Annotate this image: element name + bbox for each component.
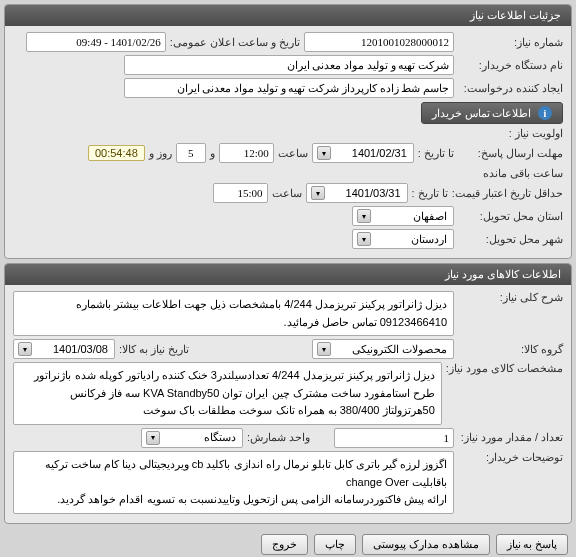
- delivery-city-value: اردستان: [371, 233, 451, 246]
- group-dropdown[interactable]: محصولات الکترونیکی ▾: [312, 339, 454, 359]
- reply-button-label: پاسخ به نیاز: [507, 538, 558, 550]
- chevron-down-icon: ▾: [357, 209, 371, 223]
- unit-dropdown[interactable]: دستگاه ▾: [141, 428, 243, 448]
- details-panel-body: شماره نیاز: تاریخ و ساعت اعلان عمومی: نا…: [5, 26, 571, 258]
- need-by-value: 1401/03/08: [32, 343, 112, 355]
- reply-date-dropdown[interactable]: 1401/02/31 ▾: [312, 143, 414, 163]
- buyer-org-input[interactable]: [124, 55, 454, 75]
- chevron-down-icon: ▾: [317, 342, 331, 356]
- priority-label: اولویت نیاز :: [458, 127, 563, 140]
- delivery-state-value: اصفهان: [371, 210, 451, 223]
- general-desc-box[interactable]: دیزل ژانراتور پرکینز تبریزمدل 4/244 بامش…: [13, 291, 454, 336]
- group-label: گروه کالا:: [458, 343, 563, 356]
- remaining-label: ساعت باقی مانده: [483, 167, 563, 180]
- footer-bar: پاسخ به نیاز مشاهده مدارک پیوستی چاپ خرو…: [4, 528, 572, 557]
- contact-info-button[interactable]: i اطلاعات تماس خریدار: [421, 102, 563, 124]
- contact-info-label: اطلاعات تماس خریدار: [432, 107, 532, 119]
- exit-button[interactable]: خروج: [261, 534, 308, 555]
- unit-label: واحد شمارش:: [247, 431, 310, 444]
- price-validity-label: حداقل تاریخ اعتبار قیمت:: [452, 187, 563, 200]
- details-panel: جزئیات اطلاعات نیاز شماره نیاز: تاریخ و …: [4, 4, 572, 259]
- days-remaining-input[interactable]: [176, 143, 206, 163]
- time-label-1: ساعت: [278, 147, 308, 160]
- exit-button-label: خروج: [272, 538, 297, 550]
- and-label: و: [210, 147, 215, 160]
- price-date-dropdown[interactable]: 1401/03/31 ▾: [306, 183, 408, 203]
- chevron-down-icon: ▾: [357, 232, 371, 246]
- details-panel-header: جزئیات اطلاعات نیاز: [5, 5, 571, 26]
- need-number-label: شماره نیاز:: [458, 36, 563, 49]
- to-date-label-2: تا تاریخ :: [412, 187, 448, 200]
- to-date-label-1: تا تاریخ :: [418, 147, 454, 160]
- price-time-input[interactable]: [213, 183, 268, 203]
- items-panel-body: شرح کلی نیاز: دیزل ژانراتور پرکینز تبریز…: [5, 285, 571, 523]
- reply-button[interactable]: پاسخ به نیاز: [496, 534, 569, 555]
- days-label: روز و: [149, 147, 172, 160]
- items-panel-header: اطلاعات کالاهای مورد نیاز: [5, 264, 571, 285]
- spec-label: مشخصات کالای مورد نیاز:: [446, 362, 563, 375]
- print-button[interactable]: چاپ: [314, 534, 356, 555]
- qty-label: تعداد / مقدار مورد نیاز:: [458, 431, 563, 444]
- need-by-dropdown[interactable]: 1401/03/08 ▾: [13, 339, 115, 359]
- general-desc-label: شرح کلی نیاز:: [458, 291, 563, 304]
- unit-value: دستگاه: [160, 431, 240, 444]
- time-label-2: ساعت: [272, 187, 302, 200]
- reply-deadline-label: مهلت ارسال پاسخ:: [458, 147, 563, 160]
- announce-datetime-label: تاریخ و ساعت اعلان عمومی:: [170, 36, 300, 49]
- chevron-down-icon: ▾: [311, 186, 325, 200]
- countdown-timer: 00:54:48: [88, 145, 145, 161]
- delivery-state-label: استان محل تحویل:: [458, 210, 563, 223]
- chevron-down-icon: ▾: [317, 146, 331, 160]
- delivery-city-dropdown[interactable]: اردستان ▾: [352, 229, 454, 249]
- delivery-city-label: شهر محل تحویل:: [458, 233, 563, 246]
- items-panel: اطلاعات کالاهای مورد نیاز شرح کلی نیاز: …: [4, 263, 572, 524]
- items-panel-title: اطلاعات کالاهای مورد نیاز: [445, 268, 561, 280]
- details-panel-title: جزئیات اطلاعات نیاز: [470, 9, 561, 21]
- chevron-down-icon: ▾: [18, 342, 32, 356]
- buyer-notes-label: توضیحات خریدار:: [458, 451, 563, 464]
- reply-time-input[interactable]: [219, 143, 274, 163]
- need-by-label: تاریخ نیاز به کالا:: [119, 343, 189, 356]
- buyer-notes-box[interactable]: اگزوز لرزه گیر باتری کابل تابلو نرمال را…: [13, 451, 454, 514]
- requester-input[interactable]: [124, 78, 454, 98]
- reply-date-value: 1401/02/31: [331, 147, 411, 159]
- announce-datetime-input[interactable]: [26, 32, 166, 52]
- delivery-state-dropdown[interactable]: اصفهان ▾: [352, 206, 454, 226]
- print-button-label: چاپ: [325, 538, 345, 550]
- attachments-button-label: مشاهده مدارک پیوستی: [373, 538, 479, 550]
- buyer-org-label: نام دستگاه خریدار:: [458, 59, 563, 72]
- group-value: محصولات الکترونیکی: [331, 343, 451, 356]
- qty-input[interactable]: [334, 428, 454, 448]
- requester-label: ایجاد کننده درخواست:: [458, 82, 563, 95]
- chevron-down-icon: ▾: [146, 431, 160, 445]
- spec-box[interactable]: دیزل ژانراتور پرکینز تبریزمدل 4/244 تعدا…: [13, 362, 442, 425]
- price-date-value: 1401/03/31: [325, 187, 405, 199]
- attachments-button[interactable]: مشاهده مدارک پیوستی: [362, 534, 490, 555]
- need-number-input[interactable]: [304, 32, 454, 52]
- info-icon: i: [538, 106, 552, 120]
